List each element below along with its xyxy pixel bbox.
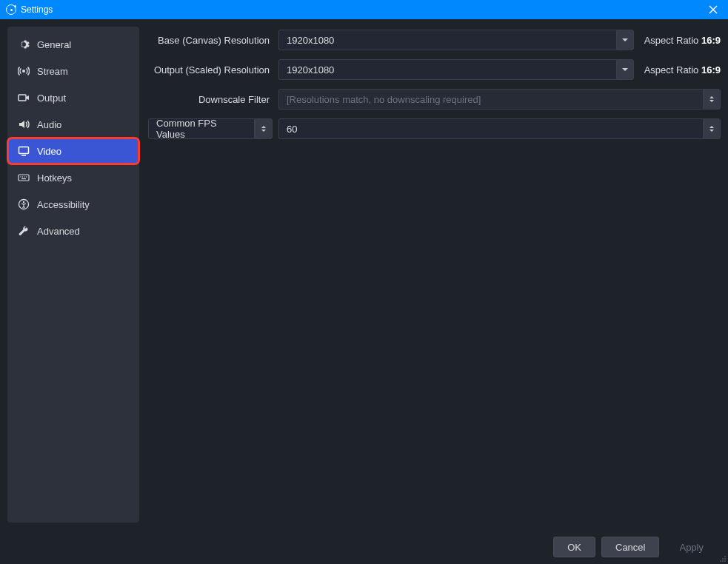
speaker-icon	[18, 118, 30, 130]
sidebar-item-label: Video	[37, 146, 61, 157]
sidebar-item-label: Advanced	[37, 226, 80, 237]
svg-point-5	[22, 176, 23, 177]
titlebar: Settings	[0, 0, 728, 19]
svg-point-11	[724, 556, 726, 557]
sidebar-item-video[interactable]: Video	[7, 138, 139, 164]
downscale-filter-spinner[interactable]	[703, 89, 721, 110]
window-body: General Stream Output Audio Video	[0, 19, 728, 530]
camera-icon	[18, 92, 30, 104]
spinner-icon	[709, 126, 714, 132]
base-resolution-row: Base (Canvas) Resolution Aspect Ratio 16…	[148, 30, 721, 50]
titlebar-left: Settings	[6, 4, 53, 15]
output-resolution-combo[interactable]	[278, 59, 634, 80]
base-resolution-label: Base (Canvas) Resolution	[148, 35, 273, 46]
sidebar-item-accessibility[interactable]: Accessibility	[7, 191, 139, 218]
apply-button: Apply	[665, 537, 718, 557]
fps-value-spinner[interactable]	[703, 118, 721, 139]
base-aspect-ratio: Aspect Ratio 16:9	[644, 35, 721, 46]
base-resolution-combo[interactable]	[278, 30, 634, 50]
svg-rect-2	[19, 147, 29, 154]
cancel-button[interactable]: Cancel	[601, 537, 659, 557]
svg-point-14	[720, 560, 721, 562]
output-aspect-ratio: Aspect Ratio 16:9	[644, 64, 721, 75]
ok-button[interactable]: OK	[553, 537, 595, 557]
svg-rect-8	[21, 178, 26, 179]
sidebar-item-label: General	[37, 39, 71, 50]
fps-value-combo[interactable]	[278, 118, 721, 139]
sidebar: General Stream Output Audio Video	[7, 27, 139, 523]
output-resolution-input[interactable]	[278, 59, 616, 80]
fps-type-combo[interactable]: Common FPS Values	[148, 118, 273, 139]
svg-point-7	[26, 176, 27, 177]
svg-rect-3	[19, 175, 29, 181]
downscale-filter-row: Downscale Filter	[148, 89, 721, 110]
svg-point-4	[20, 176, 21, 177]
downscale-filter-input	[278, 89, 703, 110]
content-panel: Base (Canvas) Resolution Aspect Ratio 16…	[148, 27, 721, 523]
monitor-icon	[18, 145, 30, 157]
svg-point-16	[724, 560, 726, 562]
fps-type-spinner[interactable]	[255, 118, 273, 139]
svg-point-12	[722, 558, 724, 560]
fps-type-label: Common FPS Values	[148, 118, 255, 139]
downscale-filter-label: Downscale Filter	[148, 94, 273, 105]
sidebar-item-audio[interactable]: Audio	[7, 111, 139, 138]
base-resolution-dropdown-button[interactable]	[616, 30, 634, 50]
base-resolution-input[interactable]	[278, 30, 616, 50]
broadcast-icon	[18, 65, 30, 77]
gear-icon	[18, 38, 30, 50]
sidebar-item-hotkeys[interactable]: Hotkeys	[7, 164, 139, 191]
sidebar-item-output[interactable]: Output	[7, 84, 139, 111]
sidebar-item-label: Audio	[37, 119, 61, 130]
sidebar-item-general[interactable]: General	[7, 31, 139, 58]
output-resolution-dropdown-button[interactable]	[616, 59, 634, 80]
svg-point-13	[724, 558, 726, 560]
dialog-footer: OK Cancel Apply	[0, 530, 728, 564]
chevron-down-icon	[622, 68, 628, 71]
sidebar-item-advanced[interactable]: Advanced	[7, 218, 139, 244]
svg-point-10	[23, 201, 24, 203]
chevron-down-icon	[622, 38, 628, 41]
sidebar-item-label: Hotkeys	[37, 172, 72, 184]
output-resolution-label: Output (Scaled) Resolution	[148, 64, 273, 75]
accessibility-icon	[18, 198, 30, 210]
downscale-filter-combo[interactable]	[278, 89, 721, 110]
svg-point-15	[722, 560, 724, 562]
svg-point-0	[22, 70, 25, 73]
output-resolution-row: Output (Scaled) Resolution Aspect Ratio …	[148, 59, 721, 80]
close-button[interactable]	[704, 1, 722, 19]
tools-icon	[18, 225, 30, 237]
resize-grip-icon[interactable]	[719, 555, 727, 563]
svg-point-6	[24, 176, 24, 177]
fps-value-input[interactable]	[278, 118, 703, 139]
keyboard-icon	[18, 172, 30, 184]
spinner-icon	[261, 126, 266, 132]
sidebar-item-label: Output	[37, 93, 66, 104]
spinner-icon	[709, 96, 714, 102]
close-icon	[709, 5, 718, 14]
obs-app-icon	[6, 4, 16, 15]
fps-row: Common FPS Values	[148, 118, 721, 139]
sidebar-item-label: Accessibility	[37, 199, 90, 210]
sidebar-item-stream[interactable]: Stream	[7, 58, 139, 84]
sidebar-item-label: Stream	[37, 66, 68, 77]
window-title: Settings	[21, 4, 53, 15]
svg-rect-1	[19, 95, 26, 101]
